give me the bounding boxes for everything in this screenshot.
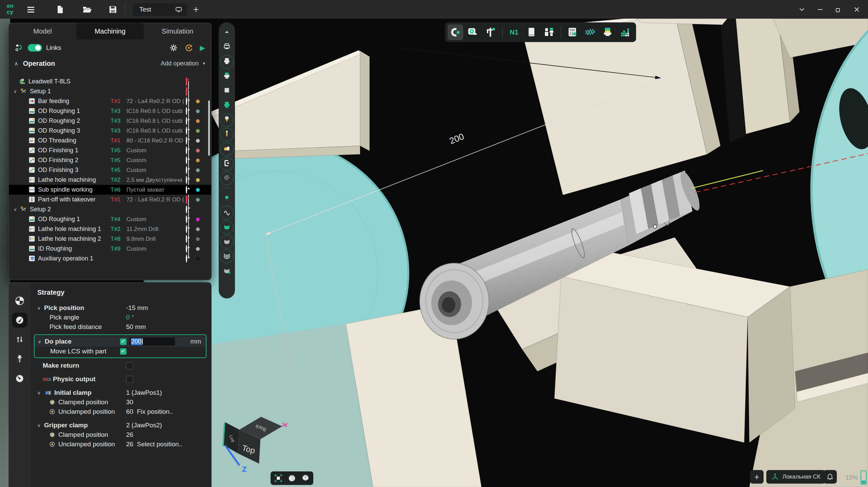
main-menu-button[interactable] xyxy=(23,3,39,16)
strategy-compass-icon[interactable] xyxy=(12,313,27,328)
tree-row-od-roughing-1[interactable]: OD Roughing 1T#3IC16 Re0.8 L OD cutti xyxy=(9,106,211,116)
tree-row-lathe-hole-machining[interactable]: Lathe hole machiningT#22,5 мм Двухступен… xyxy=(9,175,211,185)
gripper-unclamped-position-row[interactable]: Unclamped position 26 Select position.. xyxy=(37,440,206,449)
coordinate-system-button[interactable]: Локальная СК xyxy=(766,470,825,484)
links-toggle[interactable] xyxy=(28,44,42,52)
radio-status-marker[interactable] xyxy=(186,117,187,124)
window-restore-button[interactable] xyxy=(831,3,846,16)
drill-bit-icon[interactable] xyxy=(219,127,234,142)
radio-status-marker[interactable] xyxy=(186,176,187,183)
operation-color-dot[interactable] xyxy=(196,178,200,182)
clamped-position-value[interactable]: 30 xyxy=(126,398,133,406)
diamond-status-marker[interactable] xyxy=(186,88,187,95)
tree-row-leadwell-t-8ls[interactable]: Leadwell T-8LS xyxy=(9,77,211,86)
add-operation-dropdown[interactable]: Add operation ▼ xyxy=(161,60,206,67)
unclamped-position-value[interactable]: 26 Select position.. xyxy=(126,441,182,448)
tree-row-part-off-with-takeover[interactable]: Part-off with takeoverT#172 - La4 Re0.2 … xyxy=(9,195,211,204)
operation-color-dot[interactable] xyxy=(196,109,200,113)
mesh-icon[interactable] xyxy=(219,249,234,264)
fixture-icon[interactable] xyxy=(219,156,234,171)
window-menu-chevron[interactable] xyxy=(794,3,810,16)
spindle-stack-icon[interactable] xyxy=(600,24,616,40)
radio-status-marker[interactable] xyxy=(186,108,187,115)
operation-color-dot[interactable] xyxy=(196,237,200,241)
tree-row-lathe-hole-machining-2[interactable]: Lathe hole machining 2T#89.8mm Drill xyxy=(9,234,211,244)
gripper-clamp-row[interactable]: ∨ Gripper clamp 2 (JawPos2) xyxy=(37,421,206,430)
radio-status-marker[interactable] xyxy=(186,226,187,233)
clamped-position-value[interactable]: 26 xyxy=(126,431,133,439)
window-minimize-button[interactable] xyxy=(812,3,828,16)
tree-row-od-roughing-1[interactable]: OD Roughing 1T#4Custom xyxy=(9,214,211,224)
tree-row-od-finishing-3[interactable]: OD Finishing 3T#5Custom xyxy=(9,165,211,175)
tree-row-sub-spindle-working[interactable]: Sub spindle workingT#6Пустой захват xyxy=(9,185,211,195)
shading-sphere-icon[interactable] xyxy=(286,472,298,484)
operation-color-dot[interactable] xyxy=(196,139,200,142)
radio-status-marker[interactable] xyxy=(186,137,187,144)
minus-status-marker[interactable] xyxy=(186,206,187,213)
chevron-down-icon[interactable]: ∨ xyxy=(38,339,45,344)
tab-machining[interactable]: Machining xyxy=(76,23,144,39)
radio-status-marker[interactable] xyxy=(186,167,187,174)
surface-green-icon[interactable] xyxy=(219,220,234,234)
operation-color-dot[interactable] xyxy=(196,227,200,231)
operation-color-dot[interactable] xyxy=(196,99,200,103)
hatch-stock-icon[interactable] xyxy=(219,171,234,186)
pick-position-row[interactable]: ∨ Pick position -15 mm xyxy=(37,303,206,313)
diamond-status-marker[interactable] xyxy=(186,196,187,203)
expand-chevron[interactable]: ∨ xyxy=(14,207,17,212)
open-file-button[interactable] xyxy=(79,3,95,16)
unclamped-position-value[interactable]: 60 Fix position.. xyxy=(126,408,173,415)
pick-position-value[interactable]: -15 mm xyxy=(126,304,148,312)
setup-sheet-icon[interactable] xyxy=(524,24,539,40)
initial-clamp-value[interactable]: 1 (JawPos1) xyxy=(126,389,162,396)
add-widget-button[interactable]: + xyxy=(750,470,764,484)
tree-row-od-finishing-2[interactable]: OD Finishing 2T#5Custom xyxy=(9,155,211,165)
tool-drill-icon[interactable] xyxy=(12,351,27,366)
chevron-up-icon[interactable] xyxy=(219,25,234,40)
operation-color-dot[interactable] xyxy=(196,158,200,162)
gripper-clamp-value[interactable]: 2 (JawPos2) xyxy=(126,422,162,429)
part-icon[interactable] xyxy=(219,142,234,156)
tab-simulation[interactable]: Simulation xyxy=(144,23,211,39)
radio-status-marker[interactable] xyxy=(186,147,187,154)
calculator-icon[interactable] xyxy=(565,24,580,40)
tree-row-od-roughing-2[interactable]: OD Roughing 2T#3IC16 Re0.8 L OD cutti xyxy=(9,116,211,126)
operation-color-dot[interactable] xyxy=(196,257,200,260)
chevron-down-icon[interactable]: ∨ xyxy=(37,390,44,395)
machine-icon[interactable] xyxy=(219,40,234,54)
tab-model[interactable]: Model xyxy=(9,23,76,39)
notifications-button[interactable] xyxy=(823,470,837,484)
operation-color-dot[interactable] xyxy=(196,217,200,221)
pick-angle-value[interactable]: 0 ° xyxy=(126,314,134,321)
app-logo[interactable]: en cy xyxy=(5,2,18,17)
operation-color-dot[interactable] xyxy=(196,149,200,152)
new-document-tab-button[interactable]: + xyxy=(193,4,199,15)
initial-clamped-position-row[interactable]: Clamped position 30 xyxy=(37,397,206,407)
operation-color-dot[interactable] xyxy=(196,129,200,133)
move-lcs-checkbox[interactable] xyxy=(120,348,126,355)
chevron-down-icon[interactable]: ∨ xyxy=(37,306,44,311)
workpiece-square-icon[interactable] xyxy=(219,83,234,98)
histogram-icon[interactable] xyxy=(618,24,633,40)
make-return-row[interactable]: Make return xyxy=(37,361,206,370)
feeds-speeds-icon[interactable] xyxy=(12,371,27,386)
do-place-row[interactable]: ∨ Do place 200 mm xyxy=(35,336,206,347)
operation-color-dot[interactable] xyxy=(196,247,200,251)
workpiece-origin-icon[interactable] xyxy=(12,293,27,308)
chuck-green-icon[interactable] xyxy=(219,98,234,113)
tree-row-od-finishing-1[interactable]: OD Finishing 1T#5Custom xyxy=(9,145,211,155)
result-sheet-icon[interactable] xyxy=(219,264,234,278)
save-button[interactable] xyxy=(105,3,121,16)
radio-status-marker[interactable] xyxy=(186,98,187,105)
window-close-button[interactable] xyxy=(849,3,865,16)
operation-color-dot[interactable] xyxy=(196,168,200,172)
statistics-graph-icon[interactable] xyxy=(583,24,598,40)
settings-gear-icon[interactable] xyxy=(170,44,178,52)
curve-icon[interactable] xyxy=(219,205,234,220)
tree-row-od-roughing-3[interactable]: OD Roughing 3T#3IC16 Re0.8 L OD cutti xyxy=(9,126,211,136)
tree-row-setup-2[interactable]: ∨Setup 2 xyxy=(9,204,211,214)
n1-program-icon[interactable]: N1 xyxy=(506,24,522,40)
physic-output-row[interactable]: G53 Physic output xyxy=(37,374,206,384)
pick-feed-distance-row[interactable]: Pick feed distance 50 mm xyxy=(37,322,206,332)
radio-status-marker[interactable] xyxy=(186,245,187,252)
